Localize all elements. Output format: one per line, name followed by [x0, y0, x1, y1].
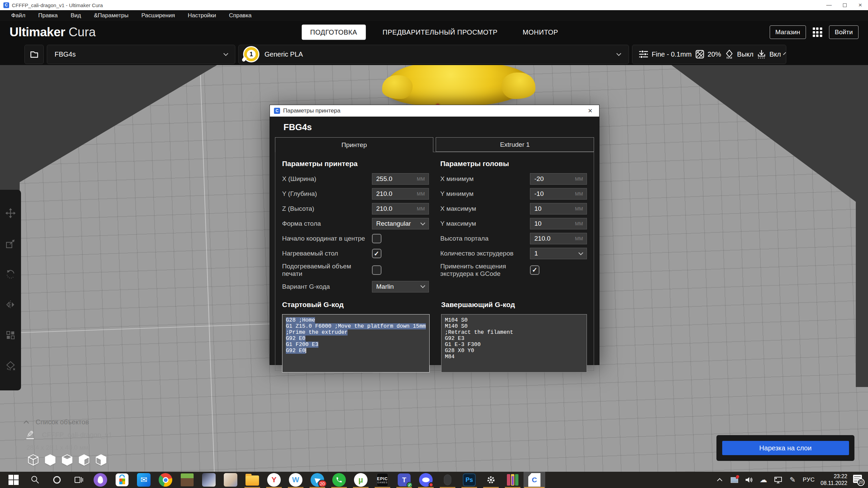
- language-indicator[interactable]: РУС: [803, 476, 815, 483]
- setting-input[interactable]: 210.0мм: [372, 188, 429, 200]
- gcode-line: G92 E0: [286, 336, 426, 342]
- setting-input[interactable]: -10мм: [530, 188, 587, 200]
- discord-taskbar-icon[interactable]: [415, 472, 437, 488]
- open-file-button[interactable]: [24, 45, 44, 64]
- pinned-tool-icon[interactable]: [730, 477, 739, 483]
- teams-taskbar-icon[interactable]: T✓: [393, 472, 415, 488]
- w-app-taskbar-icon[interactable]: W: [285, 472, 307, 488]
- setting-checkbox[interactable]: ✓: [530, 265, 539, 275]
- print-settings-selector[interactable]: Fine - 0.1mm 20% Выкл Вкл: [632, 45, 786, 64]
- close-button[interactable]: ×: [852, 0, 868, 10]
- printer-selector[interactable]: FBG4s: [47, 45, 235, 64]
- clock[interactable]: 23:22 08.11.2022: [821, 473, 847, 487]
- head-section-title: Параметры головы: [440, 160, 587, 168]
- setting-input[interactable]: 10мм: [530, 218, 587, 229]
- object-list-toggle[interactable]: Список объектов: [24, 418, 89, 426]
- material-selector[interactable]: 1 Generic PLA: [238, 45, 629, 64]
- gcode-line: ;Prime the extruder: [286, 329, 426, 336]
- slice-button[interactable]: Нарезка на слои: [722, 441, 849, 455]
- winrar-taskbar-icon[interactable]: [502, 472, 524, 488]
- setting-input[interactable]: 210.0мм: [372, 203, 429, 215]
- rotate-tool[interactable]: [5, 269, 16, 281]
- start-gcode-textarea[interactable]: G28 ;HomeG1 Z15.0 F6000 ;Move the platfo…: [282, 314, 430, 372]
- setting-dropdown[interactable]: 1: [530, 248, 587, 259]
- setting-input[interactable]: 10мм: [530, 203, 587, 215]
- sign-in-button[interactable]: Войти: [829, 25, 859, 39]
- search-taskbar-icon[interactable]: [24, 472, 46, 488]
- notification-center-button[interactable]: 20: [853, 475, 863, 485]
- network-display-icon[interactable]: [774, 475, 783, 484]
- dialog-close-button[interactable]: ×: [585, 106, 595, 115]
- start-taskbar-icon[interactable]: [3, 472, 24, 488]
- move-tool[interactable]: [5, 208, 16, 220]
- minimize-button[interactable]: —: [821, 0, 837, 10]
- cortana-taskbar-icon[interactable]: [46, 472, 68, 488]
- paimon-app-taskbar-icon[interactable]: [90, 472, 111, 488]
- whatsapp-taskbar-icon[interactable]: [328, 472, 350, 488]
- menu-item[interactable]: &Параметры: [87, 11, 135, 21]
- menu-item[interactable]: Файл: [5, 11, 32, 21]
- model-dragon[interactable]: [388, 65, 531, 106]
- volume-icon[interactable]: [745, 475, 753, 484]
- end-gcode-textarea[interactable]: M104 S0M140 S0;Retract the filamentG92 E…: [441, 314, 587, 372]
- microsoft-store-taskbar-icon[interactable]: [111, 472, 133, 488]
- stage-tab-inactive[interactable]: ПРЕДВАРИТЕЛЬНЫЙ ПРОСМОТР: [374, 25, 506, 40]
- setting-checkbox[interactable]: [372, 265, 381, 275]
- per-model-settings-tool[interactable]: [5, 330, 16, 342]
- minecraft-taskbar-icon[interactable]: [176, 472, 198, 488]
- hidden-icons-chevron-icon[interactable]: [715, 477, 724, 483]
- object-list-label: Список объектов: [36, 418, 89, 426]
- viewport-3d[interactable]: Список объектов ✎ CFFFP_cali-dragon_v1 2…: [0, 65, 868, 472]
- menu-item[interactable]: Справка: [222, 11, 258, 21]
- pen-icon[interactable]: ✎: [788, 476, 797, 484]
- anime-app-1-taskbar-icon[interactable]: [198, 472, 220, 488]
- setting-dropdown[interactable]: Marlin: [372, 281, 429, 292]
- dialog-tab[interactable]: Extruder 1: [436, 137, 594, 152]
- view-left-button[interactable]: [78, 453, 90, 467]
- view-front-button[interactable]: [44, 453, 56, 467]
- setting-checkbox[interactable]: [372, 234, 381, 243]
- mouse-app-taskbar-icon[interactable]: [437, 472, 458, 488]
- task-view-taskbar-icon[interactable]: [68, 472, 90, 488]
- setting-input[interactable]: 255.0мм: [372, 173, 429, 185]
- setting-row: X максимум10мм: [440, 203, 587, 215]
- rename-pencil-icon[interactable]: ✎: [26, 430, 34, 439]
- chrome-taskbar-icon[interactable]: [155, 472, 176, 488]
- settings-taskbar-icon[interactable]: [480, 472, 502, 488]
- view-3d-button[interactable]: [27, 453, 39, 467]
- setting-input[interactable]: 210.0мм: [530, 233, 587, 244]
- menu-item[interactable]: Вид: [64, 11, 87, 21]
- stage-tab-inactive[interactable]: МОНИТОР: [514, 25, 566, 40]
- dialog-tab[interactable]: Принтер: [275, 137, 433, 152]
- cura-taskbar-icon[interactable]: C: [524, 472, 545, 488]
- setting-value: 210.0: [376, 205, 417, 212]
- setting-input[interactable]: -20мм: [530, 173, 587, 185]
- view-right-button[interactable]: [95, 453, 107, 467]
- mirror-tool[interactable]: [5, 300, 16, 311]
- stage-tab-active[interactable]: ПОДГОТОВКА: [302, 25, 366, 40]
- screen: C CFFFP_cali-dragon_v1 - Ultimaker Cura …: [0, 0, 868, 488]
- mail-taskbar-icon[interactable]: ✉: [133, 472, 155, 488]
- apps-grid-icon[interactable]: [813, 27, 822, 37]
- setting-dropdown[interactable]: Rectangular: [372, 218, 429, 229]
- setting-label: Вариант G-кода: [282, 283, 372, 290]
- menu-item[interactable]: Настройки: [181, 11, 222, 21]
- marketplace-button[interactable]: Магазин: [770, 25, 806, 39]
- menu-item[interactable]: Правка: [32, 11, 64, 21]
- setting-row: Применить смещения экструдера к GCode✓: [440, 263, 587, 278]
- telegram-taskbar-icon[interactable]: 20: [307, 472, 328, 488]
- onedrive-icon[interactable]: ☁: [759, 475, 768, 484]
- support-blocker-tool[interactable]: [5, 361, 16, 372]
- view-top-button[interactable]: [61, 453, 73, 467]
- file-explorer-taskbar-icon[interactable]: [241, 472, 263, 488]
- epic-games-taskbar-icon[interactable]: EPICGAMES: [372, 472, 393, 488]
- windows-taskbar: ✉YW20µEPICGAMEST✓PsC ☁ ✎ РУС 23:22 08.11…: [0, 472, 868, 488]
- anime-app-2-taskbar-icon[interactable]: [220, 472, 241, 488]
- scale-tool[interactable]: [5, 239, 16, 250]
- maximize-button[interactable]: [837, 0, 852, 10]
- setting-checkbox[interactable]: ✓: [372, 249, 381, 258]
- yandex-browser-taskbar-icon[interactable]: Y: [263, 472, 285, 488]
- menu-item[interactable]: Расширения: [135, 11, 181, 21]
- utorrent-taskbar-icon[interactable]: µ: [350, 472, 372, 488]
- photoshop-taskbar-icon[interactable]: Ps: [458, 472, 480, 488]
